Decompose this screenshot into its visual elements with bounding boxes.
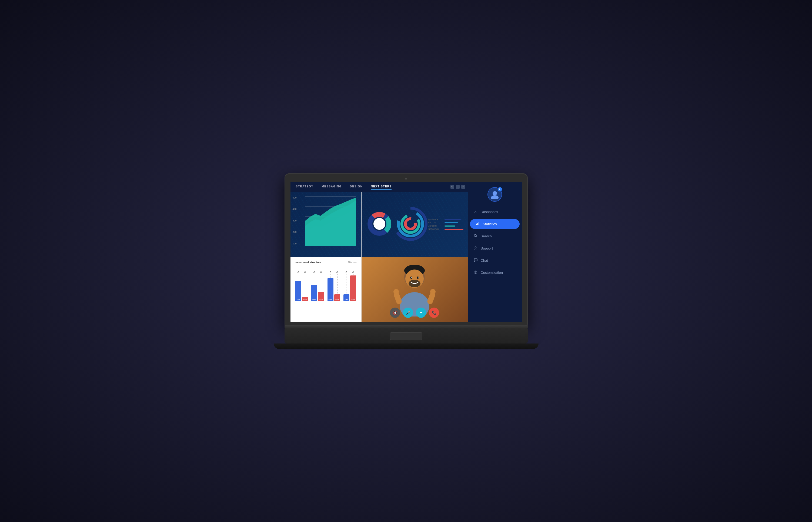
- svg-point-17: [404, 218, 416, 229]
- svg-point-28: [393, 289, 399, 294]
- social-item-linkedin: LINKEDIN: [428, 225, 463, 227]
- sidebar-item-search[interactable]: Search: [468, 231, 522, 241]
- trackpad[interactable]: [390, 333, 422, 340]
- bar-chart-section: Investment structure This year: [290, 257, 362, 322]
- search-icon: [473, 234, 478, 238]
- bar-2-blue: 60%: [311, 285, 317, 301]
- bar-group-2: 60% 35%: [311, 274, 324, 301]
- this-year-label: This year: [348, 261, 357, 263]
- dot-3a: [330, 272, 331, 273]
- microphone-icon: 🎤: [406, 310, 410, 315]
- nav-item-design[interactable]: DESIGN: [350, 184, 363, 189]
- sidebar-label-customization: Customization: [481, 270, 503, 275]
- end-call-icon: 📞: [432, 310, 437, 315]
- user-avatar[interactable]: 2: [487, 187, 502, 202]
- investment-structure-title: Investment structure: [295, 261, 357, 264]
- dot-3b: [336, 272, 338, 273]
- bar-4-red: 95%: [350, 276, 356, 301]
- bar-1-red: 15%: [302, 297, 308, 301]
- sidebar-item-statistics[interactable]: Statistics: [470, 219, 520, 229]
- social-item-instagram: INSTAGRAM: [428, 228, 463, 230]
- social-item-facebook: FACEBOOK: [428, 219, 463, 220]
- support-icon: [473, 246, 478, 250]
- dashed-2b: [321, 274, 321, 293]
- laptop-bottom: [274, 343, 539, 349]
- social-item-twitter: TWITTER: [428, 222, 463, 224]
- mute-icon: 🔇: [393, 310, 398, 315]
- instagram-label: INSTAGRAM: [428, 228, 443, 230]
- dot-1b: [304, 272, 306, 273]
- close-button[interactable]: ×: [461, 185, 465, 189]
- twitter-label: TWITTER: [428, 222, 443, 224]
- mute-button[interactable]: 🔇: [390, 307, 400, 318]
- y-axis-labels: 500 400 300 200 100: [293, 196, 297, 245]
- svg-point-23: [417, 277, 419, 279]
- svg-marker-9: [305, 198, 356, 246]
- end-call-button[interactable]: 📞: [429, 307, 439, 318]
- sidebar-item-dashboard[interactable]: ⌂ Dashboard: [468, 207, 522, 217]
- svg-point-36: [474, 235, 477, 237]
- sidebar-label-support: Support: [481, 246, 493, 250]
- nav-item-next-steps[interactable]: NEXT STEPS: [371, 184, 391, 189]
- svg-line-37: [476, 236, 477, 237]
- bar-1-blue-label: 75%: [296, 298, 300, 300]
- nav-item-strategy[interactable]: STRATEGY: [296, 184, 314, 189]
- donut-chart-container: [366, 210, 393, 238]
- radial-chart-svg: [393, 206, 428, 241]
- bar-group-3: 85% 25%: [328, 274, 340, 301]
- twitter-bar: [445, 222, 458, 223]
- laptop-base: [285, 325, 528, 349]
- svg-point-38: [475, 246, 476, 248]
- video-controls: 🔇 🎤 + 📞: [390, 307, 439, 318]
- area-chart-section: 500 400 300 200 100: [290, 192, 362, 257]
- sidebar-label-statistics: Statistics: [483, 222, 497, 226]
- dot-4b: [352, 272, 354, 273]
- microphone-button[interactable]: 🎤: [403, 307, 413, 318]
- facebook-bar: [445, 219, 461, 220]
- sidebar-label-dashboard: Dashboard: [481, 210, 498, 214]
- bar-group-4: 25% 95%: [344, 274, 356, 301]
- svg-point-31: [492, 191, 497, 196]
- y-label-400: 400: [293, 208, 297, 210]
- dot-2a: [313, 272, 315, 273]
- instagram-bar: [445, 229, 463, 230]
- sidebar-item-chat[interactable]: Chat: [468, 256, 522, 265]
- y-label-100: 100: [293, 242, 297, 245]
- statistics-icon: [475, 222, 480, 226]
- app-navbar: STRATEGY MESSAGING DESIGN NEXT STEPS ⚙ –…: [290, 182, 468, 192]
- settings-icon[interactable]: ⚙: [450, 185, 454, 189]
- bar-4-blue-label: 25%: [345, 298, 348, 300]
- bar-group-1: 75% 15%: [295, 274, 308, 301]
- linkedin-bar: [445, 225, 455, 226]
- dashed-3b: [337, 274, 337, 296]
- screen-area: STRATEGY MESSAGING DESIGN NEXT STEPS ⚙ –…: [290, 182, 522, 322]
- sidebar-item-support[interactable]: Support: [468, 243, 522, 253]
- avatar-icon: [490, 189, 500, 199]
- bar-4-red-label: 95%: [351, 298, 355, 300]
- dot-2b: [320, 272, 322, 273]
- minimize-button[interactable]: –: [456, 185, 460, 189]
- add-icon: +: [420, 310, 423, 316]
- linkedin-label: LINKEDIN: [428, 225, 443, 227]
- sidebar-item-customization[interactable]: Customization: [468, 268, 522, 278]
- bar-3-blue: 85%: [328, 278, 333, 301]
- add-participant-button[interactable]: +: [416, 307, 426, 318]
- bar-3-red-label: 25%: [335, 298, 339, 300]
- svg-point-24: [411, 277, 412, 278]
- avatar-notification-badge: 2: [498, 187, 502, 192]
- sidebar-label-search: Search: [481, 234, 492, 238]
- gear-icon: [473, 270, 478, 275]
- bar-3-red: 25%: [334, 294, 340, 301]
- svg-rect-34: [477, 223, 478, 225]
- social-legend: FACEBOOK TWITTER LINKEDIN: [428, 219, 463, 230]
- laptop-keyboard-area: [285, 329, 528, 343]
- bar-2-blue-label: 60%: [312, 298, 316, 300]
- laptop-wrapper: STRATEGY MESSAGING DESIGN NEXT STEPS ⚙ –…: [285, 173, 528, 349]
- video-call-section: 🔇 🎤 + 📞: [362, 257, 468, 322]
- home-icon: ⌂: [473, 210, 478, 214]
- charts-donut-section: FACEBOOK TWITTER LINKEDIN: [362, 192, 468, 257]
- y-label-300: 300: [293, 219, 297, 222]
- bar-chart-area: 75% 15%: [295, 266, 357, 301]
- nav-item-messaging[interactable]: MESSAGING: [322, 184, 342, 189]
- svg-point-30: [430, 289, 436, 294]
